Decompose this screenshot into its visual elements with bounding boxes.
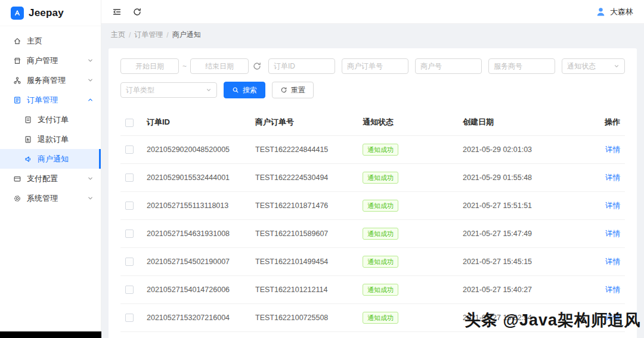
sidebar-menu: 主页 商户管理 服务商管理 订单管理 支付订单 — [0, 26, 101, 208]
sidebar-item-pay-config[interactable]: 支付配置 — [0, 169, 101, 188]
sidebar-item-label: 系统管理 — [27, 193, 58, 204]
sidebar-item-refund-order[interactable]: 退款订单 — [0, 129, 101, 149]
table-row: 20210527153207216004TEST1622100725508通知成… — [120, 304, 625, 332]
order-id-cell: 20210527153207216004 — [142, 304, 250, 332]
reset-icon — [280, 86, 287, 94]
mch-order-no-cell: TEST1622101212114 — [250, 276, 358, 304]
date-start-input[interactable] — [120, 58, 179, 74]
breadcrumb-separator: / — [166, 31, 168, 39]
notify-state-cell: 通知成功 — [358, 276, 458, 304]
select-placeholder: 通知状态 — [567, 61, 596, 72]
notify-state-badge: 通知成功 — [363, 312, 398, 324]
pay-order-icon — [24, 116, 32, 124]
isv-no-input[interactable] — [488, 58, 555, 74]
sidebar-item-mch-notify[interactable]: 商户通知 — [0, 149, 101, 169]
mch-order-no-input[interactable] — [342, 58, 408, 74]
notification-icon — [24, 155, 32, 163]
order-id-cell: 20210527154014726006 — [142, 276, 250, 304]
order-id-cell: 20210527154502190007 — [142, 248, 250, 276]
detail-link[interactable]: 详情 — [605, 286, 620, 294]
breadcrumb-home[interactable]: 主页 — [111, 30, 125, 40]
created-date-cell: 2021-05-29 01:55:48 — [458, 164, 596, 192]
mch-order-no-cell: TEST1622100268222 — [250, 332, 358, 338]
detail-link[interactable]: 详情 — [605, 145, 620, 154]
sidebar-item-order-mgmt[interactable]: 订单管理 — [0, 90, 101, 110]
sidebar-item-home[interactable]: 主页 — [0, 31, 101, 51]
notify-state-cell: 通知成功 — [358, 332, 458, 338]
row-checkbox[interactable] — [125, 173, 134, 182]
created-date-cell: 2021-05-27 15:40:27 — [458, 276, 596, 304]
select-placeholder: 订单类型 — [126, 85, 154, 95]
created-date-cell: 2021-05-27 15:51:51 — [458, 192, 596, 220]
sidebar-item-label: 支付订单 — [38, 114, 69, 125]
created-date-cell: 2021-05-29 02:01:03 — [458, 136, 596, 164]
notify-state-cell: 通知成功 — [358, 248, 458, 276]
user-name: 大森林 — [610, 7, 633, 17]
app-logo[interactable]: Jeepay — [0, 0, 101, 26]
table-row: 20210527154502190007TEST1622101499454通知成… — [120, 248, 625, 276]
breadcrumb: 主页 / 订单管理 / 商户通知 — [101, 24, 644, 45]
chevron-down-icon — [87, 77, 94, 83]
mch-order-no-cell: TEST1622100725508 — [250, 304, 358, 332]
row-checkbox[interactable] — [125, 258, 134, 266]
order-id-input[interactable] — [268, 58, 335, 74]
jeepay-logo-icon — [11, 7, 24, 20]
sidebar-item-isv-mgmt[interactable]: 服务商管理 — [0, 70, 101, 90]
order-id-cell: 20210527152516714001 — [142, 332, 250, 338]
row-checkbox[interactable] — [125, 314, 134, 322]
order-mgmt-submenu: 支付订单 退款订单 商户通知 — [0, 110, 101, 169]
notify-state-cell: 通知成功 — [358, 164, 458, 192]
notify-table: 订单ID 商户订单号 通知状态 创建日期 操作 2021052902004852… — [120, 109, 625, 338]
select-all-checkbox[interactable] — [125, 119, 134, 127]
topbar: 大森林 — [101, 0, 644, 24]
app-title: Jeepay — [29, 7, 64, 19]
date-range-picker: ~ — [120, 58, 262, 74]
notify-state-select[interactable]: 通知状态 — [562, 58, 625, 74]
order-id-cell: 20210527155113118013 — [142, 192, 250, 220]
date-range-separator: ~ — [182, 62, 187, 70]
row-checkbox[interactable] — [125, 230, 134, 238]
page-content: ~ 通知状态 订单类型 — [101, 45, 644, 338]
notify-state-badge: 通知成功 — [363, 256, 398, 268]
refund-order-icon — [24, 135, 32, 144]
sidebar-item-label: 服务商管理 — [27, 75, 66, 86]
notify-state-badge: 通知成功 — [363, 228, 398, 240]
mch-order-no-cell: TEST1622101499454 — [250, 248, 358, 276]
order-list-icon — [13, 96, 21, 104]
sidebar-item-merchant-mgmt[interactable]: 商户管理 — [0, 51, 101, 70]
user-menu[interactable]: 大森林 — [596, 7, 633, 17]
search-button[interactable]: 搜索 — [224, 82, 265, 98]
sidebar-item-label: 商户管理 — [27, 55, 58, 66]
table-header-row: 订单ID 商户订单号 通知状态 创建日期 操作 — [120, 109, 625, 136]
detail-link[interactable]: 详情 — [605, 258, 620, 266]
detail-link[interactable]: 详情 — [605, 201, 620, 210]
reset-button[interactable]: 重置 — [272, 82, 314, 98]
date-range-reset-icon[interactable] — [252, 61, 262, 71]
refresh-icon[interactable] — [132, 7, 142, 17]
main-area: 大森林 主页 / 订单管理 / 商户通知 ~ — [101, 0, 644, 338]
date-end-input[interactable] — [190, 58, 249, 74]
order-type-select[interactable]: 订单类型 — [120, 82, 217, 98]
row-checkbox[interactable] — [125, 286, 134, 294]
breadcrumb-section[interactable]: 订单管理 — [134, 30, 163, 40]
row-checkbox[interactable] — [125, 145, 134, 154]
mch-order-no-cell: TEST1622101589607 — [250, 220, 358, 248]
notify-state-badge: 通知成功 — [363, 284, 398, 296]
user-avatar-icon — [596, 7, 606, 17]
row-checkbox[interactable] — [125, 201, 134, 210]
mch-no-input[interactable] — [415, 58, 482, 74]
sidebar-item-pay-order[interactable]: 支付订单 — [0, 110, 101, 129]
app-screen: Jeepay 主页 商户管理 服务商管理 订单管理 — [0, 0, 644, 338]
detail-link[interactable]: 详情 — [605, 314, 620, 322]
order-id-cell: 20210529015532444001 — [142, 164, 250, 192]
notify-list-card: ~ 通知状态 订单类型 — [109, 48, 637, 338]
created-date-cell: 2021-05-27 15:47:49 — [458, 220, 596, 248]
menu-fold-icon[interactable] — [112, 7, 122, 17]
order-id-cell: 20210529020048520005 — [142, 136, 250, 164]
sidebar-item-sys-mgmt[interactable]: 系统管理 — [0, 188, 101, 208]
created-date-cell: 2021-05-27 15:45:15 — [458, 248, 596, 276]
chevron-down-icon — [87, 195, 94, 201]
detail-link[interactable]: 详情 — [605, 230, 620, 238]
chevron-down-icon — [206, 87, 212, 93]
detail-link[interactable]: 详情 — [605, 173, 620, 182]
